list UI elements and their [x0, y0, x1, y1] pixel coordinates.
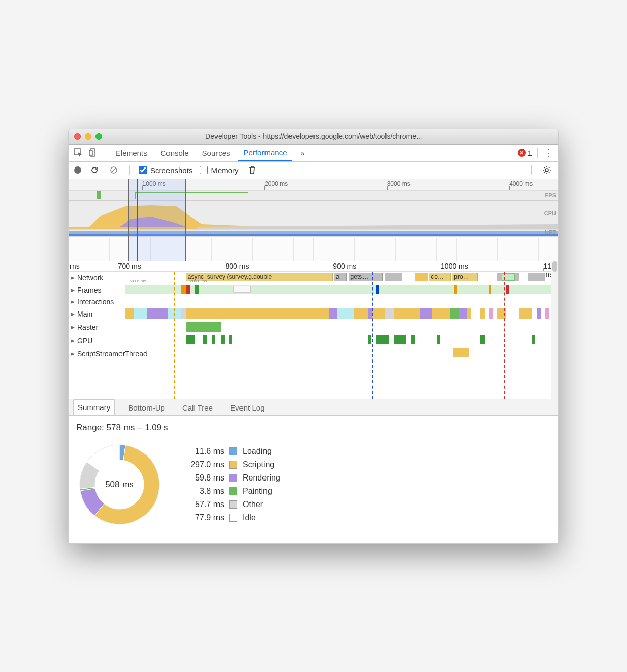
row-label-main[interactable]: Main [69, 310, 125, 318]
filmstrip-thumb[interactable] [191, 238, 212, 261]
tab-performance[interactable]: Performance [238, 144, 293, 161]
inspect-icon[interactable] [72, 147, 84, 159]
screenshots-checkbox-input[interactable] [139, 166, 147, 174]
network-bar-pro[interactable]: pro… [452, 273, 478, 281]
filmstrip-thumb[interactable] [375, 238, 396, 261]
gpu-bar[interactable] [532, 335, 535, 344]
main-flame-bar[interactable] [394, 308, 420, 319]
filmstrip-thumb[interactable] [477, 238, 498, 261]
filmstrip-thumb[interactable] [539, 238, 559, 261]
gpu-bar[interactable] [394, 335, 406, 344]
filmstrip-thumb[interactable] [498, 238, 518, 261]
gpu-bar[interactable] [480, 335, 484, 344]
gpu-bar[interactable] [203, 335, 207, 344]
filmstrip-thumb[interactable] [212, 238, 232, 261]
filmstrip-thumb[interactable] [314, 238, 334, 261]
filmstrip-thumb[interactable] [294, 238, 314, 261]
network-bar-a[interactable]: a [334, 273, 347, 281]
main-flame-bar[interactable] [537, 308, 541, 319]
network-bar-co[interactable]: co… [429, 273, 450, 281]
filmstrip-thumb[interactable] [355, 238, 375, 261]
network-bar-gets[interactable]: gets… [349, 273, 383, 281]
frame-bar[interactable] [506, 285, 509, 294]
main-flame-bar[interactable] [489, 308, 493, 319]
main-flame-bar[interactable] [134, 308, 147, 319]
network-bar[interactable] [385, 273, 402, 281]
main-flame-bar[interactable] [385, 308, 394, 319]
main-flame-bar[interactable] [545, 308, 549, 319]
filmstrip-thumb[interactable] [396, 238, 416, 261]
gpu-bar[interactable] [221, 335, 225, 344]
gpu-bar[interactable] [212, 335, 215, 344]
filmstrip-thumb[interactable] [253, 238, 273, 261]
frame-bar[interactable] [489, 285, 491, 294]
main-flame-bar[interactable] [459, 308, 467, 319]
main-flame-bar[interactable] [519, 308, 532, 319]
row-label-script-streamer[interactable]: ScriptStreamerThread [69, 350, 171, 358]
row-label-gpu[interactable]: GPU [69, 337, 125, 345]
flame-section[interactable]: ms 700 ms800 ms900 ms1000 ms1100 ms Netw… [69, 261, 558, 399]
main-flame-bar[interactable] [420, 308, 432, 319]
network-bar[interactable] [502, 273, 515, 281]
main-flame-bar[interactable] [354, 308, 367, 319]
main-flame-bar[interactable] [432, 308, 450, 319]
main-flame-bar[interactable] [450, 308, 459, 319]
record-icon[interactable] [74, 166, 81, 174]
tab-event-log[interactable]: Event Log [226, 400, 269, 415]
device-toggle-icon[interactable] [87, 147, 100, 159]
filmstrip-thumb[interactable] [437, 238, 457, 261]
row-label-interactions[interactable]: Interactions [69, 298, 125, 306]
filmstrip-thumb[interactable] [416, 238, 437, 261]
script-bar[interactable] [453, 348, 469, 357]
filmstrip-thumb[interactable] [457, 238, 477, 261]
gpu-bar[interactable] [411, 335, 415, 344]
frame-bar[interactable] [181, 285, 185, 294]
main-flame-bar[interactable] [125, 308, 134, 319]
row-script-streamer[interactable]: ScriptStreamerThread [69, 347, 558, 361]
row-main[interactable]: Main [69, 307, 558, 321]
row-gpu[interactable]: GPU [69, 334, 558, 347]
frame-bar[interactable] [186, 285, 190, 294]
row-label-network[interactable]: Network [69, 274, 125, 282]
tab-summary[interactable]: Summary [73, 399, 115, 415]
main-flame-bar[interactable] [181, 308, 185, 319]
main-flame-bar[interactable] [186, 308, 329, 319]
row-interactions[interactable]: Interactions [69, 296, 558, 307]
row-frames[interactable]: Frames 603.6 ms 206.0 ms [69, 284, 558, 296]
frame-bar[interactable] [376, 285, 379, 294]
memory-checkbox[interactable]: Memory [200, 166, 238, 175]
main-flame-bar[interactable] [337, 308, 355, 319]
overview-selection[interactable] [128, 179, 186, 261]
trash-icon[interactable] [246, 164, 258, 176]
memory-checkbox-input[interactable] [200, 166, 208, 174]
main-flame-bar[interactable] [368, 308, 372, 319]
close-icon[interactable] [74, 133, 81, 140]
main-flame-bar[interactable] [480, 308, 484, 319]
filmstrip-thumb[interactable] [89, 238, 110, 261]
settings-gear-icon[interactable] [541, 164, 553, 176]
maximize-icon[interactable] [95, 133, 102, 140]
clear-icon[interactable] [108, 164, 120, 176]
tab-elements[interactable]: Elements [110, 144, 153, 161]
flame-scrollbar[interactable] [551, 261, 558, 399]
row-label-frames[interactable]: Frames [69, 286, 125, 294]
frame-thumb[interactable] [233, 286, 251, 293]
gpu-bar[interactable] [368, 335, 371, 344]
gpu-bar[interactable] [229, 335, 232, 344]
main-flame-bar[interactable] [147, 308, 168, 319]
filmstrip-thumb[interactable] [232, 238, 253, 261]
row-raster[interactable]: Raster [69, 321, 558, 334]
filmstrip-thumb[interactable] [273, 238, 294, 261]
tab-call-tree[interactable]: Call Tree [178, 400, 217, 415]
filmstrip-thumb[interactable] [69, 238, 89, 261]
gpu-bar[interactable] [437, 335, 440, 344]
tab-bottom-up[interactable]: Bottom-Up [124, 400, 169, 415]
reload-icon[interactable] [88, 164, 101, 176]
tab-console[interactable]: Console [156, 144, 194, 161]
overview-panel[interactable]: 1000 ms2000 ms3000 ms4000 ms FPS CPU NET [69, 179, 558, 261]
kebab-menu-icon[interactable]: ⋮ [543, 147, 555, 159]
main-flame-bar[interactable] [467, 308, 471, 319]
raster-bar[interactable] [186, 322, 221, 332]
frame-bar[interactable] [454, 285, 456, 294]
frame-bar[interactable] [195, 285, 199, 294]
